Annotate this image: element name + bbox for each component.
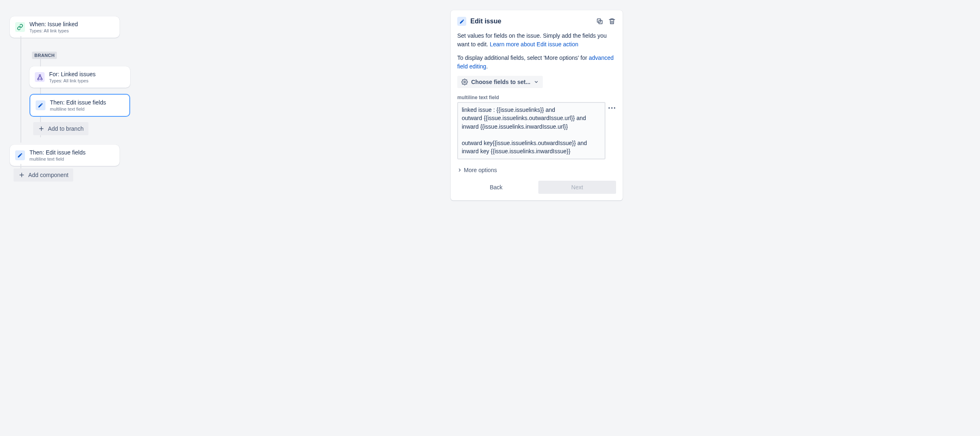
gear-icon <box>461 79 468 85</box>
multiline-text-field[interactable] <box>457 102 605 159</box>
choose-fields-dropdown[interactable]: Choose fields to set... <box>457 76 543 88</box>
branch-action-subtitle: multiline text field <box>50 107 106 111</box>
choose-fields-label: Choose fields to set... <box>471 79 531 85</box>
panel-header: Edit issue <box>457 17 616 26</box>
connector-line <box>20 36 21 143</box>
plus-icon <box>38 125 45 132</box>
edit-icon <box>457 17 466 26</box>
branch-for-text: For: Linked issues Types: All link types <box>49 71 96 83</box>
panel-description-1: Set values for fields on the issue. Simp… <box>457 32 616 49</box>
more-options-toggle[interactable]: More options <box>457 167 616 173</box>
branch-action-title: Then: Edit issue fields <box>50 99 106 106</box>
branch-for-title: For: Linked issues <box>49 71 96 77</box>
branch-badge: BRANCH <box>32 52 57 59</box>
plus-icon <box>18 172 25 178</box>
trigger-title: When: Issue linked <box>29 21 78 27</box>
delete-button[interactable] <box>608 17 616 25</box>
copy-button[interactable] <box>596 17 604 25</box>
add-component-button[interactable]: Add component <box>14 168 73 182</box>
edit-issue-panel: Edit issue Set values for fields on the … <box>451 10 623 200</box>
then-action-text: Then: Edit issue fields multiline text f… <box>29 149 86 161</box>
panel-description-2: To display additional fields, select 'Mo… <box>457 54 616 71</box>
branch-icon <box>35 72 45 82</box>
then-action-title: Then: Edit issue fields <box>29 149 86 156</box>
automation-canvas: When: Issue linked Types: All link types… <box>0 0 242 282</box>
desc2-text: To display additional fields, select 'Mo… <box>457 54 589 61</box>
next-button[interactable]: Next <box>538 181 616 194</box>
chevron-right-icon <box>457 168 462 173</box>
edit-icon <box>36 100 45 110</box>
back-button[interactable]: Back <box>457 181 535 194</box>
trigger-card[interactable]: When: Issue linked Types: All link types <box>10 16 120 38</box>
svg-point-5 <box>464 81 465 83</box>
branch-action-card-selected[interactable]: Then: Edit issue fields multiline text f… <box>29 94 130 117</box>
then-action-card[interactable]: Then: Edit issue fields multiline text f… <box>10 145 120 166</box>
branch-action-text: Then: Edit issue fields multiline text f… <box>50 99 106 111</box>
branch-for-subtitle: Types: All link types <box>49 78 96 83</box>
add-to-branch-button[interactable]: Add to branch <box>33 122 88 135</box>
trigger-text: When: Issue linked Types: All link types <box>29 21 78 33</box>
chevron-down-icon <box>534 79 539 84</box>
add-to-branch-label: Add to branch <box>48 125 84 132</box>
link-icon <box>15 22 25 32</box>
panel-title: Edit issue <box>470 18 501 25</box>
more-options-label: More options <box>464 167 497 173</box>
desc2-post: . <box>486 63 488 70</box>
trigger-subtitle: Types: All link types <box>29 28 78 33</box>
then-action-subtitle: multiline text field <box>29 157 86 161</box>
panel-footer: Back Next <box>457 181 616 194</box>
branch-for-card[interactable]: For: Linked issues Types: All link types <box>29 66 130 88</box>
field-more-actions[interactable]: ··· <box>608 102 616 114</box>
add-component-label: Add component <box>28 172 68 178</box>
edit-icon <box>15 150 25 160</box>
field-label: multiline text field <box>457 95 616 100</box>
learn-more-link[interactable]: Learn more about Edit issue action <box>490 41 578 48</box>
